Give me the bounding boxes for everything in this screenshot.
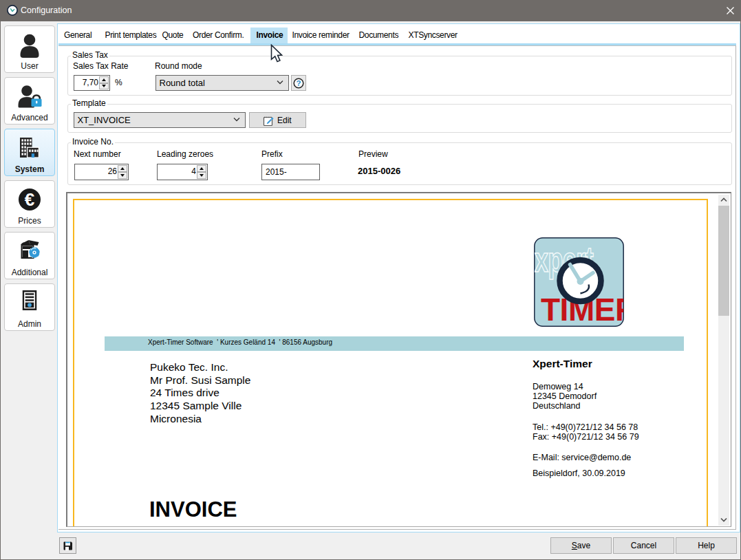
svg-text:€: € (25, 189, 34, 210)
svg-text:?: ? (296, 79, 301, 87)
